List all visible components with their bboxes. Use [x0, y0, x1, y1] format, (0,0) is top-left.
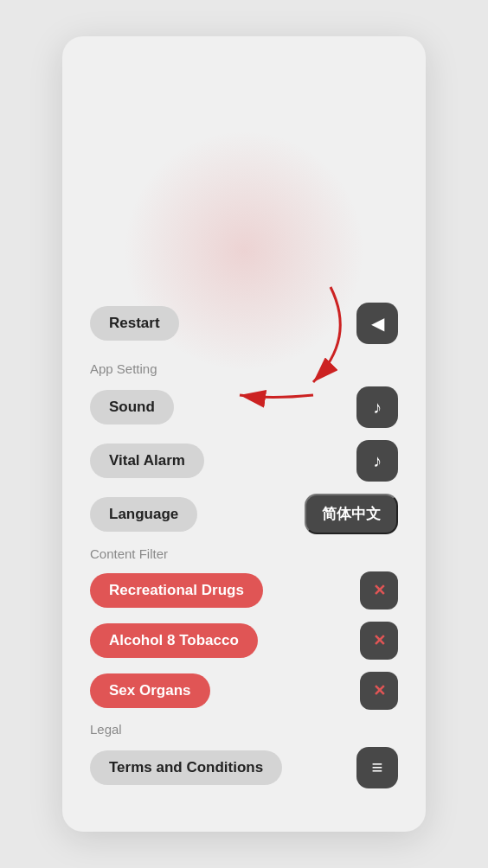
terms-button[interactable]: Terms and Conditions [90, 750, 282, 785]
vital-alarm-icon-button[interactable]: ♪ [356, 440, 398, 482]
filter-row-sex-organs: Sex Organs✕ [90, 672, 398, 710]
vital-alarm-icon: ♪ [373, 451, 382, 471]
top-row: Restart ◀ [90, 303, 398, 344]
sound-icon: ♪ [373, 398, 382, 418]
language-value-button[interactable]: 简体中文 [305, 494, 398, 534]
filter-remove-recreational-drugs[interactable]: ✕ [360, 571, 398, 610]
sound-icon-button[interactable]: ♪ [356, 386, 398, 428]
filter-remove-sex-organs[interactable]: ✕ [360, 672, 398, 710]
content-filter-label: Content Filter [90, 546, 398, 561]
terms-icon-button[interactable]: ≡ [356, 747, 398, 788]
restart-button[interactable]: Restart [90, 306, 179, 341]
legal-label: Legal [90, 722, 398, 737]
sound-row: Sound ♪ [90, 386, 398, 428]
app-setting-label: App Setting [90, 361, 398, 376]
filter-label-recreational-drugs: Recreational Drugs [90, 573, 263, 608]
terms-row: Terms and Conditions ≡ [90, 747, 398, 788]
vital-alarm-row: Vital Alarm ♪ [90, 440, 398, 482]
filter-remove-alcohol-tobacco[interactable]: ✕ [360, 622, 398, 660]
filter-row-alcohol-tobacco: Alcohol 8 Tobacco✕ [90, 622, 398, 660]
language-label: Language [90, 497, 197, 532]
filter-label-alcohol-tobacco: Alcohol 8 Tobacco [90, 623, 258, 658]
filter-label-sex-organs: Sex Organs [90, 673, 210, 708]
sound-label: Sound [90, 390, 174, 424]
back-button[interactable]: ◀ [356, 303, 398, 344]
vital-alarm-label: Vital Alarm [90, 444, 204, 478]
filter-row-recreational-drugs: Recreational Drugs✕ [90, 571, 398, 610]
terms-icon: ≡ [372, 756, 383, 779]
back-icon: ◀ [371, 313, 384, 334]
language-row: Language 简体中文 [90, 494, 398, 534]
